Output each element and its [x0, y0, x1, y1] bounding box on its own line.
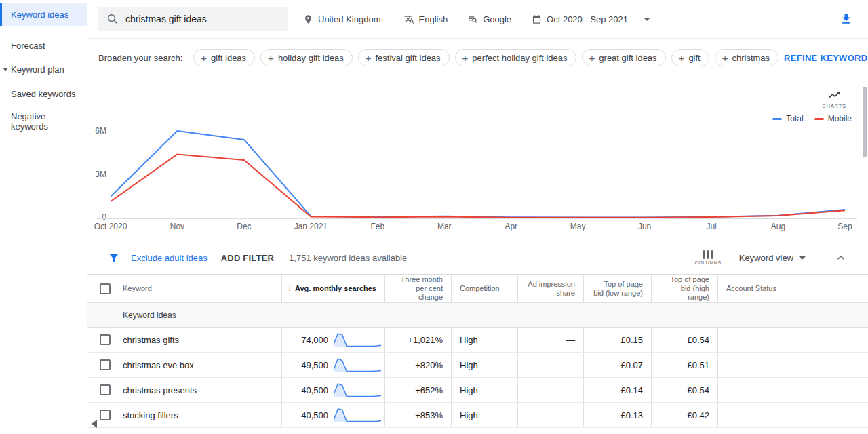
broaden-chip[interactable]: +gift ideas	[193, 49, 255, 66]
row-checkbox[interactable]	[100, 334, 111, 345]
location-setting[interactable]: United Kingdom	[303, 14, 381, 24]
table-row: christmas presents 40,500 +652% High — £…	[87, 378, 868, 403]
bid-high-cell: £0.51	[651, 353, 717, 377]
sidebar-item-label: Negative keywords	[11, 111, 76, 132]
traffic-line-chart	[111, 128, 845, 220]
language-value: English	[419, 14, 448, 24]
sidebar-item-forecast[interactable]: Forecast	[0, 34, 87, 57]
header-ad-impression-share[interactable]: Ad impression share	[517, 275, 583, 302]
x-axis-labels: Oct 2020NovDecJan 2021FebMarAprMayJunJul…	[111, 222, 845, 233]
chip-label: gift	[688, 53, 700, 63]
avg-value: 40,500	[290, 410, 328, 420]
sidebar-item-label: Forecast	[11, 41, 45, 51]
change-cell: +820%	[384, 353, 451, 377]
keyword-cell: christmas gifts	[123, 328, 281, 352]
horizontal-scroll-left-arrow[interactable]	[92, 420, 97, 428]
topbar: United Kingdom English Google Oct 2020 -…	[87, 0, 868, 39]
broaden-chip[interactable]: +perfect holiday gift ideas	[455, 49, 576, 66]
keyword-search-box[interactable]	[98, 7, 288, 31]
broaden-chip[interactable]: +gift	[671, 49, 709, 66]
refine-keywords-button[interactable]: REFINE KEYWORDS	[784, 53, 868, 63]
broaden-chip[interactable]: +christmas	[715, 49, 778, 66]
sidebar-item-keyword-ideas[interactable]: Keyword ideas	[0, 3, 87, 26]
header-avg-monthly-searches[interactable]: ↓ Avg. monthly searches	[281, 275, 384, 302]
sidebar-item-label: Saved keywords	[11, 89, 75, 99]
legend-item-mobile: Mobile	[814, 114, 852, 123]
x-axis-label: Nov	[170, 222, 184, 231]
x-axis-label: Mar	[437, 222, 452, 231]
add-filter-button[interactable]: ADD FILTER	[221, 253, 274, 263]
chip-label: festival gift ideas	[375, 53, 440, 63]
charts-toggle-button[interactable]: CHARTS	[819, 88, 849, 109]
account-status-cell	[717, 353, 868, 377]
header-keyword[interactable]: Keyword	[123, 275, 281, 302]
sidebar-item-label: Keyword plan	[11, 64, 64, 75]
bid-high-cell: £0.42	[651, 403, 717, 427]
header-three-month-change[interactable]: Three month per cent change	[384, 275, 451, 302]
sidebar-item-negative-keywords[interactable]: Negative keywords	[0, 106, 87, 136]
table-row: christmas gifts 74,000 +1,021% High — £0…	[87, 328, 868, 353]
plus-icon: +	[268, 53, 274, 63]
x-axis-label: Sep	[837, 222, 852, 231]
header-top-bid-high[interactable]: Top of page bid (high range)	[651, 275, 717, 302]
language-setting[interactable]: English	[404, 14, 448, 24]
header-account-status[interactable]: Account Status	[717, 275, 868, 302]
y-axis-label: 6M	[89, 126, 106, 136]
trend-sparkline	[334, 406, 381, 424]
header-checkbox-cell	[87, 275, 123, 302]
row-checkbox-cell	[87, 378, 123, 402]
change-cell: +853%	[384, 403, 451, 427]
plus-icon: +	[201, 53, 207, 63]
ad-share-cell: —	[517, 353, 583, 377]
search-input[interactable]	[125, 14, 275, 24]
calendar-icon	[532, 14, 542, 24]
location-pin-icon	[303, 14, 313, 24]
competition-cell: High	[451, 378, 517, 402]
row-checkbox[interactable]	[100, 410, 111, 420]
row-checkbox[interactable]	[100, 384, 111, 395]
date-range-setting[interactable]: Oct 2020 - Sep 2021	[532, 14, 650, 24]
x-axis-label: Jul	[706, 222, 716, 231]
header-competition[interactable]: Competition	[451, 275, 517, 302]
download-button[interactable]	[840, 12, 853, 26]
exclude-adult-ideas-link[interactable]: Exclude adult ideas	[131, 253, 208, 263]
network-setting[interactable]: Google	[468, 14, 511, 24]
header-top-bid-low[interactable]: Top of page bid (low range)	[583, 275, 651, 302]
keyword-cell: stocking fillers	[123, 403, 281, 427]
competition-cell: High	[451, 328, 517, 352]
broaden-chip[interactable]: +festival gift ideas	[358, 49, 450, 66]
vertical-scrollbar-thumb[interactable]	[863, 87, 867, 157]
select-all-checkbox[interactable]	[100, 283, 111, 294]
broaden-chip[interactable]: +holiday gift ideas	[260, 49, 353, 66]
y-axis-label: 0	[89, 212, 106, 222]
bid-low-cell: £0.13	[583, 403, 651, 427]
translate-icon	[404, 14, 414, 24]
ad-share-cell: —	[517, 403, 583, 427]
keyword-count-label: 1,751 keyword ideas available	[289, 253, 407, 263]
sidebar-item-saved-keywords[interactable]: Saved keywords	[0, 82, 87, 105]
sort-descending-icon: ↓	[288, 284, 292, 293]
broaden-label: Broaden your search:	[98, 53, 182, 63]
trend-sparkline	[334, 381, 381, 399]
keyword-cell: christmas presents	[123, 378, 281, 402]
avg-value: 74,000	[290, 335, 328, 345]
chevron-down-icon	[799, 256, 806, 260]
columns-button[interactable]: COLUMNS	[695, 250, 722, 265]
legend-label: Mobile	[828, 114, 852, 123]
bid-low-cell: £0.14	[583, 378, 651, 402]
avg-searches-cell: 49,500	[281, 353, 384, 377]
collapse-panel-button[interactable]	[834, 251, 848, 264]
sidebar-item-keyword-plan[interactable]: Keyword plan	[0, 58, 87, 81]
row-checkbox-cell	[87, 353, 123, 377]
broaden-chip[interactable]: +great gift ideas	[582, 49, 666, 66]
columns-label: COLUMNS	[695, 260, 722, 265]
view-select-value: Keyword view	[739, 253, 793, 263]
filter-icon[interactable]	[108, 252, 120, 264]
keyword-view-select[interactable]: Keyword view	[739, 253, 806, 263]
x-axis-label: Oct 2020	[94, 222, 127, 231]
search-icon	[106, 13, 119, 25]
chevron-down-icon[interactable]	[644, 18, 650, 21]
main-content: United Kingdom English Google Oct 2020 -…	[87, 0, 868, 434]
row-checkbox[interactable]	[100, 359, 111, 370]
x-axis-label: Apr	[505, 222, 517, 231]
